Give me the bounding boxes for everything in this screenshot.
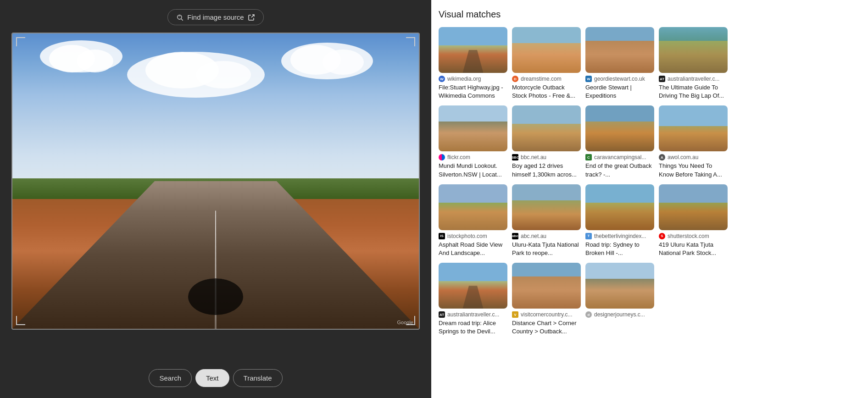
- match-thumbnail: [585, 105, 654, 151]
- match-source: ATaustraliantraveller.c...: [659, 76, 728, 82]
- match-item[interactable]: ATaustraliantraveller.c...Dream road tri…: [439, 263, 507, 336]
- match-item[interactable]: Ccaravancampingsal...End of the great Ou…: [585, 105, 654, 178]
- source-favicon: IS: [439, 233, 445, 239]
- match-source: Ddreamstime.com: [512, 76, 581, 82]
- source-favicon: abc: [512, 233, 518, 239]
- match-item[interactable]: Tthebetterlivingindex...Road trip: Sydne…: [585, 184, 654, 257]
- match-source: Sshutterstock.com: [659, 233, 728, 239]
- match-title: Geordie Stewart | Expeditions: [585, 83, 654, 100]
- image-viewer: Google: [11, 33, 420, 330]
- road-image: [12, 33, 419, 329]
- source-domain: istockphoto.com: [447, 233, 487, 239]
- match-item[interactable]: Wgeordiestewart.co.ukGeordie Stewart | E…: [585, 27, 654, 100]
- source-domain: dreamstime.com: [521, 76, 562, 82]
- match-item[interactable]: Vvisitcornercountry.c...Distance Chart >…: [512, 263, 581, 336]
- match-title: Uluru-Kata Tjuta National Park to reope.…: [512, 241, 581, 257]
- svg-line-1: [181, 19, 183, 21]
- match-title: Road trip: Sydney to Broken Hill -...: [585, 241, 654, 257]
- match-title: Distance Chart > Corner Country > Outbac…: [512, 319, 581, 336]
- corner-handle-bl: [16, 316, 25, 325]
- text-tab-button[interactable]: Text: [195, 369, 229, 387]
- top-bar: Find image source: [0, 0, 431, 33]
- visual-matches-title: Visual matches: [439, 9, 861, 20]
- external-link-icon: [248, 14, 255, 21]
- match-item[interactable]: Sshutterstock.com419 Uluru Kata Tjuta Na…: [659, 184, 728, 257]
- match-source: flickr.com: [439, 154, 507, 160]
- match-thumbnail: [585, 27, 654, 73]
- match-thumbnail: [512, 105, 581, 151]
- match-title: 419 Uluru Kata Tjuta National Park Stock…: [659, 241, 728, 257]
- match-item[interactable]: ISistockphoto.comAsphalt Road Side View …: [439, 184, 507, 257]
- match-source: Aawol.com.au: [659, 154, 728, 160]
- source-domain: flickr.com: [447, 154, 470, 160]
- source-domain: visitcornercountry.c...: [521, 311, 572, 318]
- match-source: BBCbbc.net.au: [512, 154, 581, 160]
- match-item[interactable]: Aawol.com.auThings You Need To Know Befo…: [659, 105, 728, 178]
- match-thumbnail: [512, 263, 581, 309]
- match-title: Mundi Mundi Lookout. Silverton.NSW | Loc…: [439, 162, 507, 178]
- source-favicon: V: [512, 311, 518, 318]
- match-source: ddesignerjourneys.c...: [585, 311, 654, 318]
- match-source: Wwikimedia.org: [439, 76, 507, 82]
- match-item[interactable]: Wwikimedia.orgFile:Stuart Highway.jpg - …: [439, 27, 507, 100]
- match-item[interactable]: ddesignerjourneys.c...: [585, 263, 654, 336]
- source-favicon: C: [585, 154, 592, 160]
- match-source: Ccaravancampingsal...: [585, 154, 654, 160]
- match-thumbnail: [585, 263, 654, 309]
- source-domain: australiantraveller.c...: [668, 76, 719, 82]
- match-item[interactable]: BBCbbc.net.auBoy aged 12 drives himself …: [512, 105, 581, 178]
- match-item[interactable]: flickr.comMundi Mundi Lookout. Silverton…: [439, 105, 507, 178]
- match-title: File:Stuart Highway.jpg - Wikimedia Comm…: [439, 83, 507, 100]
- source-favicon: S: [659, 233, 665, 239]
- shadow-silhouette: [188, 278, 243, 315]
- match-thumbnail: [659, 105, 728, 151]
- source-domain: caravancampingsal...: [594, 154, 646, 160]
- lens-icon: [176, 14, 184, 21]
- search-tab-button[interactable]: Search: [149, 369, 192, 387]
- google-watermark: Google: [397, 320, 413, 325]
- source-favicon: A: [659, 154, 665, 160]
- match-thumbnail: [585, 184, 654, 230]
- match-item[interactable]: ATaustraliantraveller.c...The Ultimate G…: [659, 27, 728, 100]
- source-domain: abc.net.au: [521, 233, 546, 239]
- match-source: Wgeordiestewart.co.uk: [585, 76, 654, 82]
- source-favicon: BBC: [512, 154, 518, 160]
- matches-grid: Wwikimedia.orgFile:Stuart Highway.jpg - …: [439, 27, 861, 336]
- source-favicon: [439, 154, 445, 160]
- match-thumbnail: [439, 184, 507, 230]
- translate-tab-button[interactable]: Translate: [233, 369, 283, 387]
- source-domain: wikimedia.org: [447, 76, 481, 82]
- match-source: Tthebetterlivingindex...: [585, 233, 654, 239]
- source-domain: bbc.net.au: [521, 154, 546, 160]
- cloud-3: [281, 43, 373, 79]
- match-title: Things You Need To Know Before Taking A.…: [659, 162, 728, 178]
- source-domain: awol.com.au: [668, 154, 698, 160]
- match-item[interactable]: Ddreamstime.comMotorcycle Outback Stock …: [512, 27, 581, 100]
- match-thumbnail: [512, 27, 581, 73]
- left-panel: Find image source Google Search Text: [0, 0, 431, 398]
- match-source: abcabc.net.au: [512, 233, 581, 239]
- match-thumbnail: [439, 27, 507, 73]
- source-favicon: AT: [439, 311, 445, 318]
- cloud-2: [127, 52, 265, 98]
- find-image-source-button[interactable]: Find image source: [167, 9, 263, 25]
- match-item[interactable]: abcabc.net.auUluru-Kata Tjuta National P…: [512, 184, 581, 257]
- source-favicon: d: [585, 311, 592, 318]
- match-thumbnail: [659, 184, 728, 230]
- source-favicon: W: [585, 76, 592, 82]
- source-domain: thebetterlivingindex...: [594, 233, 646, 239]
- match-source: ISistockphoto.com: [439, 233, 507, 239]
- source-domain: geordiestewart.co.uk: [594, 76, 645, 82]
- match-thumbnail: [439, 263, 507, 309]
- match-title: Asphalt Road Side View And Landscape...: [439, 241, 507, 257]
- source-favicon: AT: [659, 76, 665, 82]
- source-favicon: W: [439, 76, 445, 82]
- match-title: The Ultimate Guide To Driving The Big La…: [659, 83, 728, 100]
- source-favicon: D: [512, 76, 518, 82]
- corner-handle-tl: [16, 37, 25, 46]
- source-favicon: T: [585, 233, 592, 239]
- source-domain: designerjourneys.c...: [594, 311, 645, 318]
- source-domain: australiantraveller.c...: [447, 311, 499, 318]
- match-title: Dream road trip: Alice Springs to the De…: [439, 319, 507, 336]
- match-thumbnail: [439, 105, 507, 151]
